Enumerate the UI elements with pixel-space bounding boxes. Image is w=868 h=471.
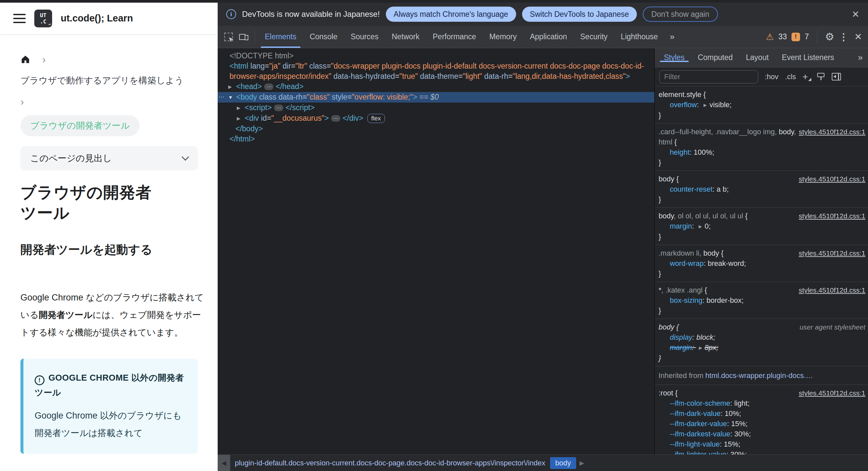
tab-lighthouse[interactable]: Lighthouse — [614, 26, 664, 48]
sidebar-tab-computed[interactable]: Computed — [691, 53, 739, 62]
expand-arrow-icon[interactable]: ▶ — [237, 114, 245, 124]
css-property-line[interactable]: --ifm-dark-value: 10%; — [659, 408, 865, 418]
element-path-crumb[interactable]: plugin-id-default.docs-version-current.d… — [235, 459, 546, 467]
code-token: <body — [236, 93, 259, 101]
css-property-line[interactable]: --ifm-darker-value: 15%; — [659, 418, 865, 429]
row-actions-icon[interactable]: ⋯ — [218, 92, 224, 102]
css-property-line[interactable]: margin: ▶0; — [659, 221, 865, 231]
gear-icon[interactable]: ⚙ — [825, 31, 834, 43]
close-devtools-icon[interactable]: ✕ — [855, 31, 862, 42]
collapsed-children-icon[interactable]: ⋯ — [264, 84, 273, 90]
collapsed-children-icon[interactable]: ⋯ — [331, 115, 340, 122]
expand-arrow-icon[interactable]: ▶ — [228, 82, 236, 92]
stylesheet-source-link[interactable]: styles.4510f12d.css:1 — [799, 248, 865, 258]
elements-tree-row[interactable]: ▶<div id="__docusaurus">⋯</div>flex — [218, 113, 654, 124]
issues-icon[interactable]: ! — [792, 33, 800, 41]
tab-elements[interactable]: Elements — [258, 26, 303, 48]
expand-value-icon[interactable]: ▶ — [699, 343, 702, 353]
site-logo[interactable]: UT .C ↩ — [34, 9, 52, 27]
dont-show-again-button[interactable]: Don't show again — [643, 7, 718, 22]
elements-tree-row[interactable]: ▶<script>⋯</script> — [218, 102, 654, 113]
elements-tree-row[interactable]: </html> — [218, 134, 654, 144]
sidebar-tab-styles[interactable]: Styles — [657, 53, 691, 62]
sidebar-tab-event-listeners[interactable]: Event Listeners — [775, 53, 841, 62]
tab-sources[interactable]: Sources — [344, 26, 385, 48]
collapsed-children-icon[interactable]: ⋯ — [274, 104, 283, 111]
code-token: style — [332, 93, 347, 101]
hamburger-menu-icon[interactable] — [13, 14, 26, 23]
warnings-count[interactable]: 33 — [778, 32, 787, 41]
sidebar-tab-layout[interactable]: Layout — [739, 53, 775, 62]
tab-application[interactable]: Application — [523, 26, 574, 48]
toggle-element-classes-button[interactable]: .cls — [785, 72, 796, 81]
new-style-rule-button[interactable]: +◢ — [803, 71, 811, 82]
device-toolbar-icon[interactable] — [236, 29, 251, 44]
flex-badge[interactable]: flex — [367, 114, 385, 123]
issues-count[interactable]: 7 — [805, 32, 809, 41]
code-token: "true" — [399, 72, 418, 81]
tab-security[interactable]: Security — [574, 26, 614, 48]
css-property-line[interactable]: overflow: ▶visible; — [659, 100, 865, 110]
expand-value-icon[interactable]: ▶ — [699, 221, 702, 231]
css-property-line[interactable]: --ifm-color-scheme: light; — [659, 398, 865, 408]
css-property-line[interactable]: --ifm-lighter-value: 30%; — [659, 449, 865, 454]
stylesheet-source-link[interactable]: styles.4510f12d.css:1 — [799, 174, 865, 184]
rule-selector-line[interactable]: styles.4510f12d.css:1body { — [659, 174, 865, 184]
expand-value-icon[interactable]: ▶ — [704, 100, 707, 110]
paint-roller-icon[interactable] — [817, 72, 825, 81]
inspect-element-icon[interactable] — [221, 29, 236, 44]
stylesheet-source-link[interactable]: styles.4510f12d.css:1 — [799, 388, 865, 398]
code-token: = — [395, 72, 399, 81]
rule-selector-line[interactable]: user agent stylesheetbody { — [659, 322, 865, 332]
rule-selector-line[interactable]: styles.4510f12d.css:1.card--full-height,… — [659, 127, 865, 147]
sidebar-layout-toggle-icon[interactable] — [832, 73, 841, 81]
css-property-line[interactable]: counter-reset: a b; — [659, 184, 865, 194]
toggle-pseudo-classes-button[interactable]: :hov — [765, 72, 779, 81]
css-property-line[interactable]: --ifm-darkest-value: 30%; — [659, 429, 865, 439]
css-property-line[interactable]: --ifm-light-value: 15%; — [659, 439, 865, 449]
tab-performance[interactable]: Performance — [426, 26, 483, 48]
tab-memory[interactable]: Memory — [483, 26, 523, 48]
styles-filter-input[interactable] — [659, 70, 758, 84]
stylesheet-source-link[interactable]: styles.4510f12d.css:1 — [799, 285, 865, 295]
kebab-menu-icon[interactable]: ⋮ — [839, 31, 848, 42]
elements-tree-row[interactable]: ⋯▼<body class data-rh="class" style="ove… — [218, 92, 654, 102]
css-property-line[interactable]: word-wrap: break-word; — [659, 258, 865, 269]
match-chrome-language-button[interactable]: Always match Chrome's language — [386, 7, 516, 22]
doc-paragraph: Google Chrome などのブラウザに搭載されている開発者ツールには、ウェ… — [21, 289, 205, 341]
breadcrumb-section-link[interactable]: ブラウザで動作するアプリを構築しよう — [21, 74, 205, 86]
switch-to-japanese-button[interactable]: Switch DevTools to Japanese — [522, 7, 637, 22]
breadcrumb-scroll-left-button[interactable]: ◀ — [218, 455, 230, 471]
home-icon[interactable] — [21, 55, 30, 64]
css-property-line[interactable]: margin: ▶8px; — [659, 342, 865, 353]
elements-tree-row[interactable]: <html lang="ja" dir="ltr" class="docs-wr… — [218, 61, 654, 82]
warning-icon[interactable]: ⚠ — [766, 32, 774, 42]
tab-network[interactable]: Network — [385, 26, 426, 48]
more-sidebar-tabs-icon[interactable]: » — [853, 53, 868, 63]
css-property-line[interactable]: height: 100%; — [659, 147, 865, 157]
tab-console[interactable]: Console — [303, 26, 344, 48]
rule-selector-line[interactable]: styles.4510f12d.css:1body, ol ol, ol ul,… — [659, 211, 865, 221]
stylesheet-source-link[interactable]: styles.4510f12d.css:1 — [799, 211, 865, 221]
collapse-arrow-icon[interactable]: ▼ — [228, 92, 236, 102]
rule-selector-line[interactable]: styles.4510f12d.css:1.markdown li, body … — [659, 248, 865, 258]
code-token: dir — [283, 62, 291, 70]
selected-element-crumb[interactable]: body — [550, 457, 577, 469]
more-tabs-icon[interactable]: » — [664, 32, 680, 42]
info-admonition: !GOOGLE CHROME 以外の開発者ツール Google Chrome 以… — [21, 358, 198, 454]
site-title[interactable]: ut.code(); Learn — [61, 13, 133, 24]
elements-tree-row[interactable]: </body> — [218, 124, 654, 134]
selector-token: , — [794, 128, 796, 136]
rule-selector-line[interactable]: styles.4510f12d.css:1:root { — [659, 388, 865, 398]
css-property-line[interactable]: box-sizing: border-box; — [659, 295, 865, 306]
stylesheet-source-link[interactable]: styles.4510f12d.css:1 — [799, 127, 865, 137]
css-property-line[interactable]: display: block; — [659, 332, 865, 342]
expand-arrow-icon[interactable]: ▶ — [237, 103, 245, 113]
elements-tree-row[interactable]: <!DOCTYPE html> — [218, 51, 654, 61]
rule-selector-line[interactable]: element.style { — [659, 89, 865, 100]
toc-collapsible[interactable]: このページの見出し — [21, 146, 198, 170]
elements-tree-row[interactable]: ▶<head>⋯</head> — [218, 82, 654, 92]
close-icon[interactable]: ✕ — [852, 9, 860, 20]
rule-selector-line[interactable]: styles.4510f12d.css:1*, .katex .angl { — [659, 285, 865, 295]
inherited-element-link[interactable]: html.docs-wrapper.plugin-docs.… — [705, 371, 813, 380]
